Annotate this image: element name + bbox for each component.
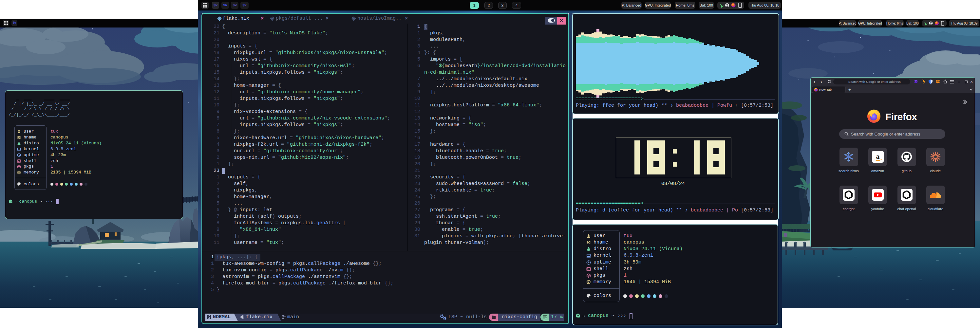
svg-text:a: a — [876, 152, 880, 160]
